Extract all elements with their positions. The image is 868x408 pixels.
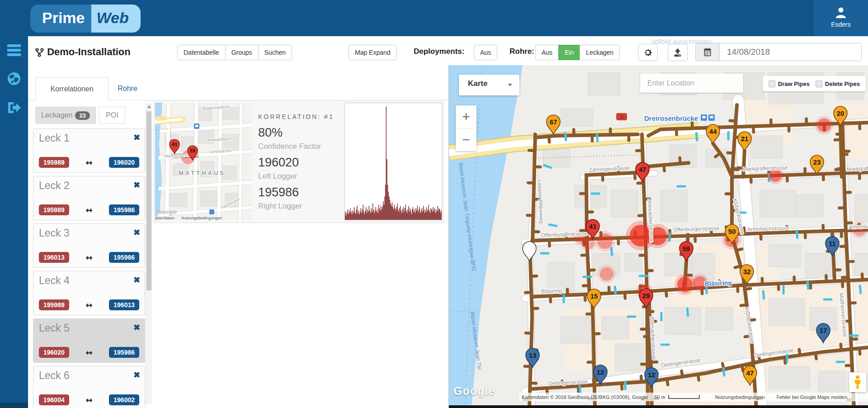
terms-link[interactable]: Nutzungsbedingungen	[715, 394, 765, 400]
svg-text:12: 12	[648, 371, 656, 379]
sign-out-icon[interactable]	[0, 100, 28, 117]
draw-pipes-checkbox[interactable]: Draw Pipes	[769, 81, 810, 87]
close-icon[interactable]: ✖	[133, 323, 140, 332]
user-menu[interactable]: Esders	[814, 0, 868, 36]
map-expand-button[interactable]: Map Expand	[349, 45, 397, 60]
scrollbar-thumb[interactable]	[146, 111, 151, 290]
leak-logger-pair: 196004↔196002	[39, 394, 139, 405]
correlation-minimap[interactable]: BadenweilerstrMarkgräflerstAmerbachstOff…	[155, 103, 251, 220]
map-bottom-strip	[449, 405, 868, 408]
svg-text:50: 50	[728, 228, 736, 235]
arrow-icon: ↔	[85, 300, 92, 310]
map-type-selector[interactable]: Karte	[459, 75, 519, 95]
minimap-attribution: artendaten	[155, 216, 175, 220]
close-icon[interactable]: ✖	[133, 275, 140, 285]
arrow-icon: ↔	[85, 348, 92, 357]
rohre-option-aus[interactable]: Aus	[535, 45, 559, 60]
svg-text:41: 41	[172, 142, 177, 147]
list-scrollbar[interactable]	[146, 103, 152, 404]
menu-icon[interactable]	[0, 43, 28, 59]
minimap-terms-link[interactable]: Nutzungsbedingungen	[181, 216, 222, 220]
tab-rohre[interactable]: Rohre	[108, 77, 147, 100]
location-search-input[interactable]	[640, 74, 743, 93]
right-logger-badge: 196013	[109, 299, 139, 310]
gear-icon	[643, 47, 653, 57]
leak-filter-row: Leckagen23 POI	[35, 107, 125, 124]
left-logger-label: Left Logger	[258, 172, 297, 181]
date-input[interactable]	[719, 43, 862, 61]
left-logger-badge: 196004	[39, 394, 69, 405]
report-error-link[interactable]: Fehler bei Google Maps melden	[777, 394, 848, 400]
close-icon[interactable]: ✖	[133, 370, 140, 380]
content-panel: Korrelationen Rohre Leckagen23 POI Leck …	[28, 65, 448, 408]
svg-text:11: 11	[829, 240, 836, 247]
rohre-option-ein[interactable]: Ein	[558, 45, 580, 60]
map-zoom-control: + −	[456, 105, 476, 151]
rohre-option-leckagen[interactable]: Leckagen	[580, 45, 620, 60]
minimap-svg[interactable]: BadenweilerstrMarkgräflerstAmerbachstOff…	[155, 103, 251, 220]
datentabelle-button[interactable]: Datentabelle	[177, 45, 226, 60]
leckagen-count-badge: 23	[75, 111, 90, 120]
svg-text:59: 59	[190, 148, 195, 153]
top-bar: Prime Web Esders	[28, 0, 868, 36]
pegman-icon	[853, 375, 863, 389]
close-icon[interactable]: ✖	[133, 228, 140, 237]
page-title: Demo-Installation	[35, 46, 131, 58]
upload-button[interactable]	[668, 44, 688, 61]
close-icon[interactable]: ✖	[133, 133, 140, 142]
calendar-button[interactable]	[695, 43, 719, 61]
svg-text:59: 59	[683, 245, 690, 252]
zoom-in-button[interactable]: +	[456, 105, 476, 128]
rohre-label: Rohre:	[509, 47, 534, 56]
suchen-button[interactable]: Suchen	[258, 45, 292, 60]
sidebar	[0, 0, 28, 408]
close-icon[interactable]: ✖	[133, 180, 140, 190]
map-panel[interactable]: ZähringerstrasseBreisacherstrasseBreisac…	[448, 65, 868, 408]
zoom-out-button[interactable]: −	[456, 128, 476, 151]
map-canvas[interactable]: ZähringerstrasseBreisacherstrasseBreisac…	[449, 65, 868, 408]
delete-pipes-checkbox[interactable]: Delete Pipes	[816, 81, 860, 87]
tab-korrelationen[interactable]: Korrelationen	[35, 77, 108, 100]
checkbox-icon[interactable]	[769, 81, 775, 87]
bridge-label: Dreirosenbrücke	[644, 114, 698, 122]
confidence-label: Confidence Factor	[258, 142, 321, 151]
pipes-tools-panel: Draw Pipes Delete Pipes	[763, 76, 866, 91]
svg-text:67: 67	[550, 118, 557, 126]
leak-logger-pair: 195989↔195986	[39, 204, 139, 215]
leak-card[interactable]: Leck 1✖195989↔196020	[33, 128, 145, 173]
leak-card[interactable]: Leck 3✖196013↔195986	[33, 223, 145, 268]
leak-card[interactable]: Leck 6✖196004↔196002	[33, 366, 145, 408]
left-logger-badge: 195989	[39, 299, 69, 310]
checkbox-icon[interactable]	[816, 81, 822, 87]
leak-card[interactable]: Leck 5✖196020↔195986	[33, 318, 145, 363]
scale-bar	[668, 395, 700, 399]
pegman-control[interactable]	[849, 372, 866, 392]
leak-name: Leck 4	[39, 275, 139, 287]
scrollbar-up-arrow-icon[interactable]	[147, 105, 151, 108]
leckagen-toggle[interactable]: Leckagen23	[35, 107, 96, 124]
poi-toggle[interactable]: POI	[99, 107, 125, 124]
logo-web-text: Web	[91, 5, 141, 33]
svg-text:15: 15	[590, 292, 598, 300]
google-logo: Google	[453, 384, 495, 398]
leak-card[interactable]: Leck 4✖195989↔196013	[33, 271, 145, 315]
street-label: Bläsiring	[541, 287, 562, 294]
arrow-icon: ↔	[85, 253, 92, 262]
page-header: Demo-Installation Datentabelle Groups Su…	[28, 36, 868, 66]
svg-text:13: 13	[529, 351, 537, 359]
settings-button[interactable]	[638, 44, 658, 61]
correlation-stats: KORRELATION: #1 80% Confidence Factor 19…	[258, 100, 344, 218]
header-button-group: Datentabelle Groups Suchen	[177, 45, 292, 60]
leak-card[interactable]: Leck 2✖195989↔195986	[33, 176, 145, 220]
leak-list: Leck 1✖195989↔196020Leck 2✖195989↔195986…	[33, 128, 145, 408]
left-logger-badge: 196013	[39, 252, 69, 263]
arrow-icon: ↔	[85, 158, 92, 167]
svg-text:17: 17	[820, 327, 827, 334]
arrow-icon: ↔	[85, 395, 92, 405]
groups-button[interactable]: Groups	[225, 45, 259, 60]
globe-icon[interactable]	[0, 71, 28, 88]
svg-text:41: 41	[589, 223, 597, 230]
deployments-aus-button[interactable]: Aus	[474, 45, 497, 60]
svg-text:44: 44	[709, 128, 717, 135]
leak-logger-pair: 196020↔195986	[39, 347, 139, 358]
